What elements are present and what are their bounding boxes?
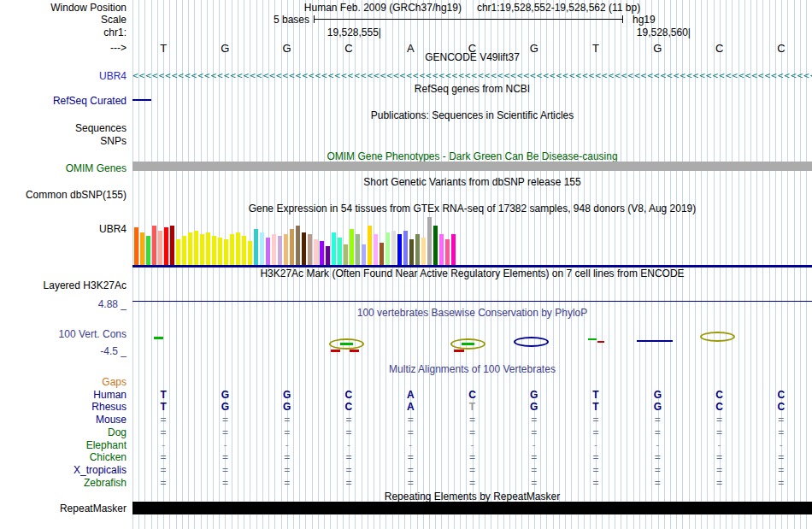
gtex-bar[interactable] xyxy=(332,232,336,265)
gencode-track-title[interactable]: GENCODE V49lift37 xyxy=(132,51,812,63)
gtex-bar[interactable] xyxy=(362,244,366,265)
gtex-bar[interactable] xyxy=(212,236,216,265)
multiz-track-title[interactable]: Multiz Alignments of 100 Vertebrates xyxy=(132,363,812,375)
gencode-gene-arrows[interactable]: <<<<<<<<<<<<<<<<<<<<<<<<<<<<<<<<<<<<<<<<… xyxy=(132,70,812,81)
gtex-bar[interactable] xyxy=(391,231,396,265)
multiz-cell: = xyxy=(284,414,290,426)
gtex-bar[interactable] xyxy=(164,227,168,265)
gtex-bar[interactable] xyxy=(248,241,252,265)
multiz-row-elephant[interactable]: Elephant----------- xyxy=(0,439,812,451)
gtex-bar[interactable] xyxy=(242,236,246,265)
gtex-bar[interactable] xyxy=(421,238,426,265)
publications-track-title[interactable]: Publications: Sequences in Scientific Ar… xyxy=(132,109,812,121)
gtex-bar[interactable] xyxy=(224,239,228,265)
gtex-bar[interactable] xyxy=(433,226,438,265)
multiz-row-label[interactable]: Gaps xyxy=(0,376,127,388)
gtex-bar[interactable] xyxy=(170,226,174,265)
gtex-bar[interactable] xyxy=(350,229,354,265)
multiz-row-gaps[interactable]: Gaps xyxy=(0,376,812,388)
gtex-bar[interactable] xyxy=(230,234,234,265)
gtex-bar[interactable] xyxy=(284,234,288,265)
gtex-bar[interactable] xyxy=(314,239,318,265)
omim-track-title[interactable]: OMIM Gene Phenotypes - Dark Green Can Be… xyxy=(132,150,812,162)
gtex-bar[interactable] xyxy=(326,246,330,265)
gtex-bar[interactable] xyxy=(427,217,432,265)
gtex-bar[interactable] xyxy=(344,244,348,265)
multiz-row-rhesus[interactable]: RhesusTGGCATGTGCC xyxy=(0,401,812,413)
gtex-bar[interactable] xyxy=(200,234,204,265)
repeatmasker-bar[interactable] xyxy=(132,502,812,514)
repeatmasker-label[interactable]: RepeatMasker xyxy=(0,503,127,514)
multiz-row-mouse[interactable]: Mouse=========== xyxy=(0,414,812,426)
gtex-gene-label[interactable]: UBR4 xyxy=(0,223,127,235)
dbsnp-row: Common dbSNP(155) xyxy=(0,189,812,201)
gtex-bar[interactable] xyxy=(182,236,186,265)
multiz-row-label[interactable]: X_tropicalis xyxy=(0,464,127,476)
dbsnp-track-title[interactable]: Short Genetic Variants from dbSNP releas… xyxy=(132,176,812,188)
gtex-bar[interactable] xyxy=(409,239,414,265)
sequences-label[interactable]: Sequences xyxy=(0,122,127,134)
gtex-bar[interactable] xyxy=(368,226,372,265)
gtex-bar[interactable] xyxy=(380,243,384,265)
gtex-bar[interactable] xyxy=(356,234,360,265)
multiz-row-label[interactable]: Zebrafish xyxy=(0,477,127,489)
gtex-bar[interactable] xyxy=(278,236,282,265)
gtex-bar[interactable] xyxy=(272,234,276,265)
gtex-bar[interactable] xyxy=(338,238,342,265)
multiz-row-chicken[interactable]: Chicken=========== xyxy=(0,451,812,463)
refseq-curated-item[interactable] xyxy=(132,99,151,101)
gtex-bar[interactable] xyxy=(188,232,192,265)
gtex-bar[interactable] xyxy=(296,226,300,265)
multiz-row-label[interactable]: Mouse xyxy=(0,414,127,426)
gtex-bar[interactable] xyxy=(266,238,270,265)
gtex-bar[interactable] xyxy=(152,226,156,265)
repeatmasker-track-title[interactable]: Repeating Elements by RepeatMasker xyxy=(132,491,812,503)
gtex-bar[interactable] xyxy=(146,236,150,265)
gtex-bar[interactable] xyxy=(451,234,456,265)
multiz-row-human[interactable]: HumanTGGCACGTGCC xyxy=(0,389,812,401)
h3k27ac-label[interactable]: Layered H3K27Ac xyxy=(0,279,127,291)
gtex-bar[interactable] xyxy=(236,232,240,265)
multiz-row-label[interactable]: Human xyxy=(0,389,127,401)
multiz-row-dog[interactable]: Dog=========== xyxy=(0,426,812,438)
multiz-row-label[interactable]: Chicken xyxy=(0,451,127,463)
gtex-bar[interactable] xyxy=(290,229,294,265)
gtex-bar[interactable] xyxy=(439,234,444,265)
gtex-bar[interactable] xyxy=(445,239,450,265)
gtex-bar[interactable] xyxy=(260,232,264,265)
multiz-cell: C xyxy=(345,389,353,401)
gtex-bar[interactable] xyxy=(302,232,306,265)
gtex-bar[interactable] xyxy=(140,232,144,265)
phylop-track-title[interactable]: 100 vertebrates Basewise Conservation by… xyxy=(132,307,812,319)
gtex-bar[interactable] xyxy=(134,227,138,265)
gencode-gene-label[interactable]: UBR4 xyxy=(0,70,127,82)
gtex-bar[interactable] xyxy=(308,234,312,265)
gtex-bar[interactable] xyxy=(254,229,258,265)
multiz-row-label[interactable]: Dog xyxy=(0,426,127,438)
gtex-bar[interactable] xyxy=(206,232,210,265)
multiz-row-label[interactable]: Elephant xyxy=(0,439,127,451)
gtex-bar[interactable] xyxy=(374,234,378,265)
omim-genes-label[interactable]: OMIM Genes xyxy=(0,162,127,174)
omim-genes-bar[interactable] xyxy=(132,162,812,171)
gtex-bar[interactable] xyxy=(385,232,390,265)
refseq-track-title[interactable]: RefSeq genes from NCBI xyxy=(132,83,812,95)
dbsnp-label[interactable]: Common dbSNP(155) xyxy=(0,189,127,201)
snps-label[interactable]: SNPs xyxy=(0,135,127,147)
refseq-curated-label[interactable]: RefSeq Curated xyxy=(0,95,127,107)
gtex-track-title[interactable]: Gene Expression in 54 tissues from GTEx … xyxy=(132,203,812,215)
gtex-bar[interactable] xyxy=(415,234,420,265)
multiz-row-zebrafish[interactable]: Zebrafish=========== xyxy=(0,477,812,489)
multiz-row-label[interactable]: Rhesus xyxy=(0,401,127,413)
gtex-bar[interactable] xyxy=(218,238,222,265)
gtex-bar[interactable] xyxy=(194,231,198,265)
h3k27ac-track-title[interactable]: H3K27Ac Mark (Often Found Near Active Re… xyxy=(132,267,812,279)
gtex-bar[interactable] xyxy=(403,231,408,265)
gtex-bar[interactable] xyxy=(397,234,402,265)
gtex-bar[interactable] xyxy=(158,231,162,265)
multiz-row-x_tropicalis[interactable]: X_tropicalis=========== xyxy=(0,464,812,476)
gtex-bar[interactable] xyxy=(320,241,324,265)
multiz-cell: G xyxy=(530,389,538,401)
phylop-cons-label[interactable]: 100 Vert. Cons xyxy=(0,328,127,340)
gtex-bar[interactable] xyxy=(176,239,180,265)
